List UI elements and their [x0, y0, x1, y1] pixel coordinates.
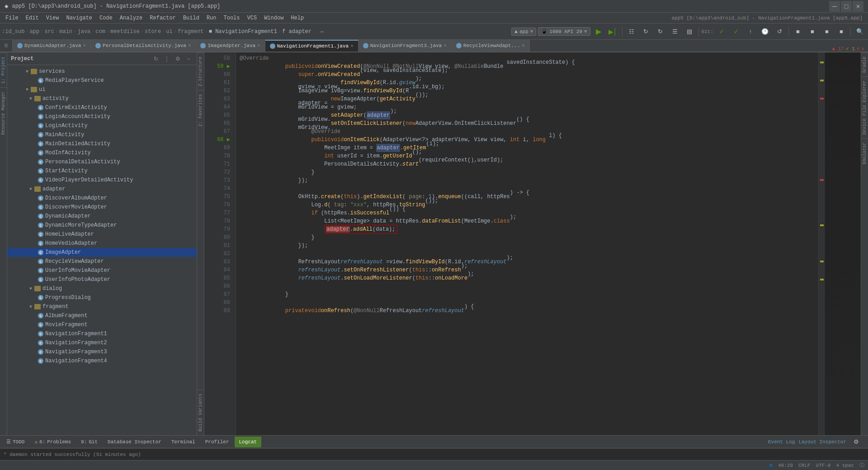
resource-manager-vert-tab[interactable]: Resource Manager: [0, 87, 7, 138]
git-checkmark[interactable]: ✓: [715, 25, 728, 38]
tab-navfrag3[interactable]: NavigationFragment3.java ×: [359, 40, 452, 52]
tree-item-navfrag1[interactable]: C NavigationFragment1: [7, 329, 197, 338]
tree-item-personaldetails[interactable]: C PersonalDetailsActivity: [7, 157, 197, 166]
tree-item-homelive[interactable]: C HomeLiveAdapter: [7, 230, 197, 239]
restore-button[interactable]: □: [841, 1, 852, 12]
hide-icon[interactable]: −: [184, 54, 193, 63]
z-structure-tab[interactable]: Z-Structure: [197, 52, 204, 90]
settings-icon[interactable]: ⚙: [173, 54, 182, 63]
tree-item-navfrag2[interactable]: C NavigationFragment2: [7, 338, 197, 347]
git-history[interactable]: 🕐: [759, 25, 771, 38]
build-variants-tab[interactable]: Build Variants: [197, 389, 204, 435]
breadcrumb-adapter[interactable]: f adapter: [282, 28, 311, 35]
tab-close-image[interactable]: ×: [257, 43, 260, 48]
tree-item-confirmexit[interactable]: C ConfirmExitActivity: [7, 103, 197, 112]
run-config-dropdown[interactable]: ▲ app ▼: [511, 28, 536, 36]
tree-item-imageadpter[interactable]: C ImageAdpter: [7, 248, 197, 257]
tab-close-recycleview[interactable]: ×: [522, 43, 525, 48]
menu-navigate[interactable]: Navigate: [62, 13, 96, 23]
toolbar-back-button[interactable]: ←: [316, 25, 329, 38]
git-btn-2[interactable]: ✓: [730, 25, 742, 38]
breadcrumb-navfrag1[interactable]: ■ NavigationFragment1: [209, 28, 277, 35]
tab-personal[interactable]: PersonalDetailsActivity.java ×: [91, 40, 196, 52]
problems-tab[interactable]: ⚠ 6: Problems: [30, 437, 75, 447]
tree-item-adapter-folder[interactable]: ▼ adapter: [7, 185, 197, 194]
debug-button[interactable]: ▶│: [607, 25, 619, 38]
close-button[interactable]: ×: [853, 1, 863, 12]
toolbar-extra-3[interactable]: ■: [821, 25, 833, 38]
toolbar-btn-4[interactable]: ☰: [669, 25, 681, 38]
breadcrumb-ui[interactable]: ui: [166, 28, 172, 35]
collapse-icon[interactable]: ⋮: [162, 54, 171, 63]
tree-item-discoveralbum[interactable]: C DiscoverAlbumAdpter: [7, 194, 197, 203]
tree-item-dialog[interactable]: ▼ dialog: [7, 284, 197, 293]
todo-tab[interactable]: ☰ TODO: [2, 437, 29, 447]
menu-code[interactable]: Code: [96, 13, 116, 23]
menu-file[interactable]: File: [2, 13, 22, 23]
line-separator[interactable]: CRLF: [798, 463, 810, 468]
profiler-tab[interactable]: Profiler: [201, 437, 234, 447]
tree-item-navfrag3[interactable]: C NavigationFragment3: [7, 347, 197, 356]
sync-icon[interactable]: ↻: [151, 54, 160, 63]
device-dropdown[interactable]: 📱 1080 API 29 ▼: [538, 27, 590, 36]
minimize-button[interactable]: ─: [829, 1, 840, 12]
git-tab[interactable]: 9: Git: [76, 437, 102, 447]
git-btn-3[interactable]: ↑: [744, 25, 757, 38]
tab-close-personal[interactable]: ×: [188, 43, 191, 48]
terminal-tab[interactable]: Terminal: [167, 437, 200, 447]
minimap[interactable]: [825, 52, 861, 435]
toolbar-extra-2[interactable]: ■: [806, 25, 819, 38]
tree-item-discovermovie[interactable]: C DiscoverMovieAdpter: [7, 203, 197, 212]
breadcrumb-fragment[interactable]: fragment: [178, 28, 204, 35]
run-button[interactable]: ▶: [592, 25, 605, 38]
device-file-explorer-tab[interactable]: Device File Explorer: [861, 76, 868, 138]
tree-item-login[interactable]: C LoginActivity: [7, 121, 197, 130]
encoding[interactable]: UTF-8: [816, 463, 830, 468]
tree-item-homevedio[interactable]: C HomeVedioAdapter: [7, 239, 197, 248]
breadcrumb-meetdilse[interactable]: meetdilse: [110, 28, 140, 35]
menu-edit[interactable]: Edit: [22, 13, 42, 23]
layout-inspector-link[interactable]: Layout Inspector: [798, 439, 846, 445]
tree-item-videoplayer[interactable]: C VideoPlayerDetailedActivity: [7, 176, 197, 185]
title-bar-controls[interactable]: ─ □ ×: [829, 1, 863, 12]
toolbar-extra-1[interactable]: ■: [792, 25, 804, 38]
menu-tools[interactable]: Tools: [220, 13, 244, 23]
tree-item-dynamicmore[interactable]: C DynamicMoreTypeAdapter: [7, 221, 197, 230]
breadcrumb-id-sub[interactable]: :id_sub: [2, 28, 24, 35]
breadcrumb-app[interactable]: app: [30, 28, 40, 35]
tree-item-userinfomovie[interactable]: C UserInfoMovieAdapter: [7, 266, 197, 275]
tree-item-moviefragment[interactable]: C MovieFragment: [7, 320, 197, 329]
toolbar-btn-1[interactable]: ☷: [625, 25, 638, 38]
tab-navfrag1[interactable]: NavigationFragment1.java ×: [265, 40, 359, 52]
project-vert-tab[interactable]: 1: Project: [0, 52, 7, 87]
toolbar-btn-2[interactable]: ↻: [640, 25, 652, 38]
tree-item-fragment[interactable]: ▼ fragment: [7, 302, 197, 311]
breadcrumb-store[interactable]: store: [145, 28, 161, 35]
tree-item-userinfophoto[interactable]: C UserInfoPhotoAdapter: [7, 275, 197, 284]
tree-item-activity[interactable]: ▼ activity: [7, 94, 197, 103]
tree-item-navfrag4[interactable]: C NavigationFragment4: [7, 356, 197, 366]
toolbar-extra-4[interactable]: ■: [835, 25, 848, 38]
search-everywhere-button[interactable]: 🔍: [854, 25, 866, 38]
favorites-tab[interactable]: 2: Favorites: [197, 90, 204, 130]
menu-build[interactable]: Build: [179, 13, 203, 23]
logcat-tab[interactable]: Logcat: [235, 437, 262, 447]
tab-close-navfrag1[interactable]: ×: [350, 43, 354, 49]
menu-vcs[interactable]: VCS: [244, 13, 261, 23]
menu-refactor[interactable]: Refactor: [146, 13, 179, 23]
tab-close-navfrag3[interactable]: ×: [443, 43, 447, 48]
project-panel-toggle[interactable]: ☰: [0, 40, 13, 52]
tree-item-recycleview[interactable]: C RecycleViewAdapter: [7, 257, 197, 266]
tree-item-loginaccount[interactable]: C LoginAccountActivity: [7, 112, 197, 121]
git-revert[interactable]: ↺: [773, 25, 786, 38]
tree-item-progressdialog[interactable]: C ProgressDialog: [7, 293, 197, 302]
cursor-position[interactable]: 48:29: [778, 463, 793, 468]
code-content[interactable]: @Override public void onViewCreated(@Non…: [236, 52, 818, 435]
event-log-link[interactable]: Event Log: [768, 439, 795, 445]
tab-close-dynamic[interactable]: ×: [83, 43, 86, 48]
settings-gear[interactable]: ⚙: [850, 436, 863, 448]
tree-item-dynamicadapter[interactable]: C DynamicAdapter: [7, 212, 197, 221]
tree-item-main[interactable]: C MainActivity: [7, 130, 197, 139]
tab-imageadpter[interactable]: ImageAdpter.java ×: [196, 40, 265, 52]
breadcrumb-src[interactable]: src: [44, 28, 54, 35]
